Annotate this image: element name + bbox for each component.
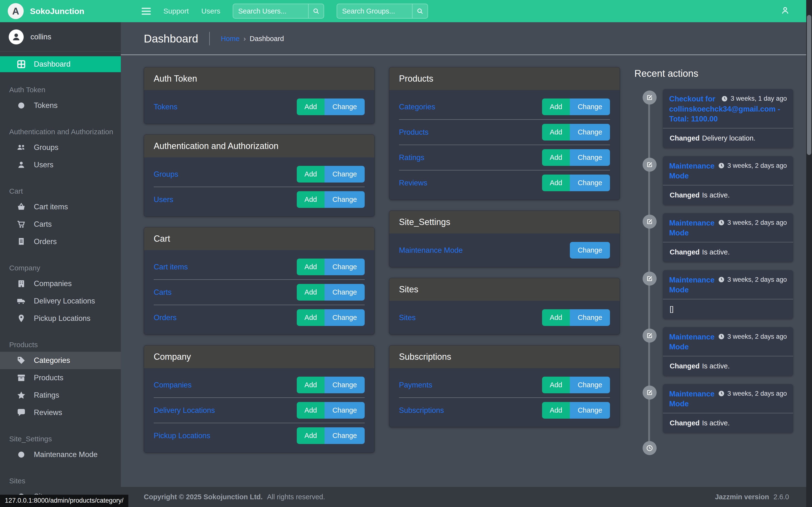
- change-button-categories[interactable]: Change: [570, 99, 610, 115]
- change-button-pickup-locations[interactable]: Change: [324, 427, 365, 444]
- add-button-products[interactable]: Add: [542, 124, 570, 140]
- sidebar-item-products[interactable]: Products: [0, 369, 121, 387]
- add-button-reviews[interactable]: Add: [542, 175, 570, 191]
- add-button-tokens[interactable]: Add: [297, 99, 325, 115]
- main-column: Support Users Dashboard: [121, 0, 812, 507]
- change-button-orders[interactable]: Change: [324, 309, 365, 326]
- user-icon: [11, 32, 21, 42]
- sidebar-item-ratings[interactable]: Ratings: [0, 387, 121, 404]
- add-button-carts[interactable]: Add: [297, 284, 325, 300]
- add-button-subscriptions[interactable]: Add: [542, 402, 570, 418]
- add-button-delivery-locations[interactable]: Add: [297, 402, 325, 418]
- search-users-button[interactable]: [308, 4, 323, 18]
- model-link-pickup-locations[interactable]: Pickup Locations: [154, 432, 210, 440]
- model-link-ratings[interactable]: Ratings: [399, 153, 424, 162]
- clock-icon: [718, 219, 725, 226]
- add-button-companies[interactable]: Add: [297, 377, 325, 393]
- sidebar-item-orders[interactable]: Orders: [0, 233, 121, 250]
- add-button-payments[interactable]: Add: [542, 377, 570, 393]
- change-button-ratings[interactable]: Change: [570, 149, 610, 166]
- sidebar-item-categories[interactable]: Categories: [0, 352, 121, 369]
- top-navbar: Support Users: [121, 0, 812, 22]
- menu-toggle-icon[interactable]: [142, 8, 151, 15]
- model-link-products[interactable]: Products: [399, 128, 428, 137]
- add-button-users[interactable]: Add: [297, 191, 325, 208]
- recent-action-link[interactable]: Maintenance Mode: [669, 333, 715, 351]
- model-link-companies[interactable]: Companies: [154, 381, 192, 389]
- recent-actions-timeline: 3 weeks, 1 day agoCheckout for collinsko…: [635, 89, 793, 457]
- change-button-tokens[interactable]: Change: [324, 99, 365, 115]
- breadcrumb-home-link[interactable]: Home: [221, 35, 240, 43]
- sidebar-item-dashboard[interactable]: Dashboard: [0, 56, 121, 72]
- model-link-groups[interactable]: Groups: [154, 170, 179, 179]
- recent-action-link[interactable]: Maintenance Mode: [669, 162, 715, 180]
- change-button-subscriptions[interactable]: Change: [570, 402, 610, 418]
- edit-icon: [643, 215, 657, 229]
- add-button-categories[interactable]: Add: [542, 99, 570, 115]
- add-button-orders[interactable]: Add: [297, 309, 325, 326]
- recent-action-link[interactable]: Maintenance Mode: [669, 219, 715, 237]
- model-link-delivery-locations[interactable]: Delivery Locations: [154, 406, 215, 415]
- nav-link-support[interactable]: Support: [163, 7, 189, 15]
- model-link-cart-items[interactable]: Cart items: [154, 263, 188, 271]
- sidebar-item-users[interactable]: Users: [0, 156, 121, 174]
- user-icon: [16, 160, 27, 170]
- building-icon: [16, 279, 27, 288]
- brand[interactable]: A SokoJunction: [0, 0, 121, 22]
- change-button-delivery-locations[interactable]: Change: [324, 402, 365, 418]
- model-link-sites[interactable]: Sites: [399, 314, 416, 322]
- scrollbar-thumb[interactable]: [807, 15, 811, 155]
- sidebar-item-cart-items[interactable]: Cart items: [0, 198, 121, 216]
- change-button-sites[interactable]: Change: [570, 309, 610, 326]
- sidebar-item-pickup-locations[interactable]: Pickup Locations: [0, 310, 121, 327]
- change-button-cart-items[interactable]: Change: [324, 259, 365, 275]
- nav-link-users[interactable]: Users: [201, 7, 220, 15]
- user-menu-icon[interactable]: [780, 6, 790, 17]
- sidebar-item-carts[interactable]: Carts: [0, 216, 121, 233]
- user-panel[interactable]: collins: [0, 22, 121, 51]
- model-link-carts[interactable]: Carts: [154, 288, 171, 297]
- change-button-maintenance-mode[interactable]: Change: [570, 242, 610, 259]
- change-button-reviews[interactable]: Change: [570, 175, 610, 191]
- add-button-ratings[interactable]: Add: [542, 149, 570, 166]
- breadcrumb: Home › Dashboard: [221, 35, 284, 43]
- sidebar-item-groups[interactable]: Groups: [0, 139, 121, 156]
- model-link-maintenance-mode[interactable]: Maintenance Mode: [399, 246, 463, 255]
- sidebar-item-companies[interactable]: Companies: [0, 275, 121, 292]
- model-link-orders[interactable]: Orders: [154, 314, 176, 322]
- change-button-products[interactable]: Change: [570, 124, 610, 140]
- recent-action-link[interactable]: Maintenance Mode: [669, 390, 715, 408]
- change-detail: Delivery location.: [702, 134, 755, 142]
- search-users-input[interactable]: [233, 4, 308, 18]
- sidebar-item-maintenance-mode[interactable]: Maintenance Mode: [0, 446, 121, 463]
- change-button-companies[interactable]: Change: [324, 377, 365, 393]
- search-groups-input[interactable]: [337, 4, 412, 18]
- model-link-payments[interactable]: Payments: [399, 381, 433, 389]
- add-button-pickup-locations[interactable]: Add: [297, 427, 325, 444]
- model-link-reviews[interactable]: Reviews: [399, 179, 427, 187]
- search-groups-button[interactable]: [412, 4, 427, 18]
- change-button-groups[interactable]: Change: [324, 166, 365, 182]
- edit-icon: [643, 329, 657, 343]
- add-button-sites[interactable]: Add: [542, 309, 570, 326]
- card-column-2: ProductsCategoriesAddChangeProductsAddCh…: [389, 67, 620, 463]
- add-button-cart-items[interactable]: Add: [297, 259, 325, 275]
- model-link-tokens[interactable]: Tokens: [154, 103, 177, 111]
- model-link-categories[interactable]: Categories: [399, 103, 435, 111]
- timeline-entry: 3 weeks, 2 days agoMaintenance ModeChang…: [663, 327, 793, 376]
- sidebar-item-delivery-locations[interactable]: Delivery Locations: [0, 292, 121, 310]
- model-link-users[interactable]: Users: [154, 195, 173, 204]
- recent-action-link[interactable]: Maintenance Mode: [669, 276, 715, 294]
- sidebar-item-reviews[interactable]: Reviews: [0, 404, 121, 421]
- timestamp-text: 3 weeks, 2 days ago: [727, 276, 787, 283]
- change-button-payments[interactable]: Change: [570, 377, 610, 393]
- model-row: SitesAddChange: [399, 305, 610, 330]
- title-divider: [209, 32, 210, 45]
- sidebar-item-tokens[interactable]: Tokens: [0, 97, 121, 114]
- change-button-users[interactable]: Change: [324, 191, 365, 208]
- timestamp-text: 3 weeks, 2 days ago: [727, 390, 787, 397]
- change-button-carts[interactable]: Change: [324, 284, 365, 300]
- model-link-subscriptions[interactable]: Subscriptions: [399, 406, 444, 415]
- dashboard-grid: Auth TokenTokensAddChangeAuthentication …: [121, 55, 812, 463]
- add-button-groups[interactable]: Add: [297, 166, 325, 182]
